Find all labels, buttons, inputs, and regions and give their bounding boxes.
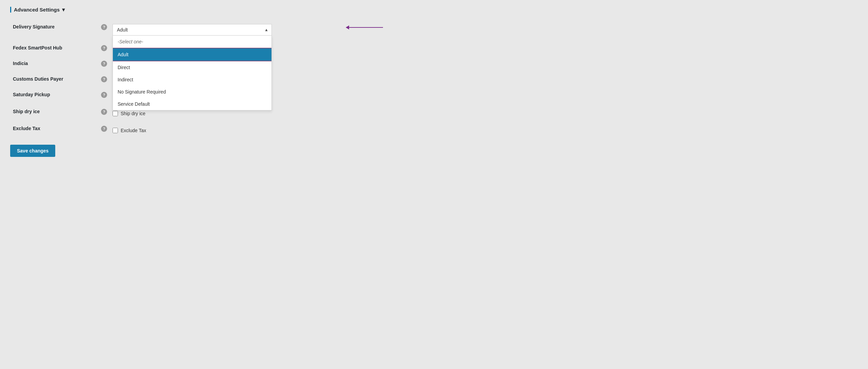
help-icon-customs-duties[interactable]: ? bbox=[101, 76, 107, 82]
dropdown-arrow-head-icon bbox=[346, 25, 349, 29]
ship-dry-ice-label[interactable]: Ship dry ice bbox=[121, 111, 145, 116]
help-icon-fedex-smartpost[interactable]: ? bbox=[101, 45, 107, 51]
dropdown-arrow-icon: ▲ bbox=[264, 27, 268, 32]
help-indicia[interactable]: ? bbox=[98, 56, 110, 71]
label-delivery-signature: Delivery Signature bbox=[10, 19, 98, 40]
help-exclude-tax[interactable]: ? bbox=[98, 121, 110, 138]
dropdown-arrow-line bbox=[349, 27, 383, 28]
control-delivery-signature: Adult ▲ -Select one- Adult Direct bbox=[110, 19, 315, 40]
label-exclude-tax: Exclude Tax bbox=[10, 121, 98, 138]
help-saturday-pickup[interactable]: ? bbox=[98, 87, 110, 104]
ship-dry-ice-checkbox[interactable] bbox=[113, 111, 118, 116]
help-icon-indicia[interactable]: ? bbox=[101, 61, 107, 67]
row-delivery-signature: Delivery Signature ? Adult ▲ -Select one… bbox=[10, 19, 315, 40]
label-indicia: Indicia bbox=[10, 56, 98, 71]
help-delivery-signature[interactable]: ? bbox=[98, 19, 110, 40]
label-customs-duties: Customs Duties Payer bbox=[10, 71, 98, 87]
delivery-signature-dropdown-menu: -Select one- Adult Direct Indirect bbox=[113, 36, 272, 110]
section-title-arrow: ▼ bbox=[61, 7, 66, 13]
section-title-text: Advanced Settings bbox=[14, 7, 60, 13]
delivery-signature-dropdown-wrapper: Adult ▲ -Select one- Adult Direct bbox=[113, 24, 272, 36]
row-exclude-tax: Exclude Tax ? Exclude Tax bbox=[10, 121, 315, 138]
label-saturday-pickup: Saturday Pickup bbox=[10, 87, 98, 104]
dropdown-option-direct[interactable]: Direct bbox=[113, 61, 271, 74]
dropdown-option-select-one[interactable]: -Select one- bbox=[113, 36, 271, 48]
help-ship-dry-ice[interactable]: ? bbox=[98, 104, 110, 121]
dropdown-option-adult[interactable]: Adult bbox=[113, 48, 271, 61]
help-customs-duties[interactable]: ? bbox=[98, 71, 110, 87]
dropdown-option-no-signature[interactable]: No Signature Required bbox=[113, 86, 271, 98]
settings-table: Delivery Signature ? Adult ▲ -Select one… bbox=[10, 19, 315, 138]
control-exclude-tax: Exclude Tax bbox=[110, 121, 315, 138]
exclude-tax-checkbox[interactable] bbox=[113, 128, 118, 133]
help-fedex-smartpost[interactable]: ? bbox=[98, 40, 110, 56]
help-icon-exclude-tax[interactable]: ? bbox=[101, 126, 107, 132]
exclude-tax-checkbox-wrapper: Exclude Tax bbox=[113, 126, 312, 133]
help-icon-ship-dry-ice[interactable]: ? bbox=[101, 109, 107, 115]
delivery-signature-dropdown-trigger[interactable]: Adult ▲ bbox=[113, 24, 272, 36]
page-container: Advanced Settings▼ Delivery Signature ? … bbox=[10, 7, 315, 157]
section-title[interactable]: Advanced Settings▼ bbox=[10, 7, 315, 13]
help-icon-saturday-pickup[interactable]: ? bbox=[101, 92, 107, 98]
dropdown-option-indirect[interactable]: Indirect bbox=[113, 74, 271, 86]
label-fedex-smartpost: Fedex SmartPost Hub bbox=[10, 40, 98, 56]
exclude-tax-label[interactable]: Exclude Tax bbox=[121, 128, 146, 133]
delivery-signature-selected-value: Adult bbox=[117, 27, 128, 33]
label-ship-dry-ice: Ship dry ice bbox=[10, 104, 98, 121]
dropdown-option-service-default[interactable]: Service Default bbox=[113, 98, 271, 110]
help-icon-delivery-signature[interactable]: ? bbox=[101, 24, 107, 30]
save-button[interactable]: Save changes bbox=[10, 145, 55, 157]
dropdown-arrow-annotation bbox=[346, 25, 383, 29]
